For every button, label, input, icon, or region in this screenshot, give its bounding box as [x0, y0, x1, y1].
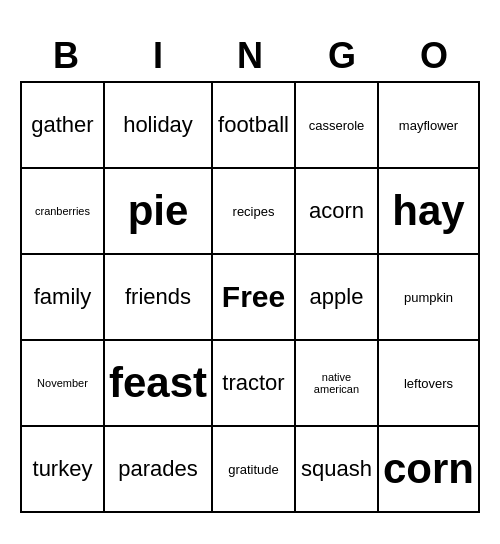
cell-text: football: [218, 112, 289, 138]
bingo-cell: hay: [379, 169, 480, 255]
bingo-cell: parades: [105, 427, 213, 513]
cell-text: gratitude: [228, 462, 279, 477]
cell-text: tractor: [222, 370, 284, 396]
cell-text: native american: [300, 371, 373, 395]
header-letter: G: [296, 31, 388, 81]
bingo-cell: casserole: [296, 83, 379, 169]
bingo-header: BINGO: [20, 31, 480, 81]
cell-text: friends: [125, 284, 191, 310]
bingo-cell: turkey: [22, 427, 105, 513]
cell-text: pie: [128, 187, 189, 235]
cell-text: hay: [392, 187, 464, 235]
cell-text: November: [37, 377, 88, 389]
cell-text: acorn: [309, 198, 364, 224]
bingo-cell: gather: [22, 83, 105, 169]
bingo-cell: mayflower: [379, 83, 480, 169]
header-letter: N: [204, 31, 296, 81]
bingo-cell: family: [22, 255, 105, 341]
cell-text: Free: [222, 280, 285, 314]
cell-text: family: [34, 284, 91, 310]
bingo-cell: pumpkin: [379, 255, 480, 341]
bingo-cell: football: [213, 83, 296, 169]
bingo-cell: feast: [105, 341, 213, 427]
bingo-cell: friends: [105, 255, 213, 341]
cell-text: leftovers: [404, 376, 453, 391]
bingo-cell: Free: [213, 255, 296, 341]
bingo-cell: apple: [296, 255, 379, 341]
bingo-cell: squash: [296, 427, 379, 513]
bingo-cell: tractor: [213, 341, 296, 427]
bingo-cell: acorn: [296, 169, 379, 255]
cell-text: mayflower: [399, 118, 458, 133]
cell-text: turkey: [33, 456, 93, 482]
header-letter: O: [388, 31, 480, 81]
bingo-cell: native american: [296, 341, 379, 427]
bingo-cell: gratitude: [213, 427, 296, 513]
cell-text: feast: [109, 359, 207, 407]
bingo-cell: recipes: [213, 169, 296, 255]
cell-text: recipes: [233, 204, 275, 219]
header-letter: I: [112, 31, 204, 81]
cell-text: cranberries: [35, 205, 90, 217]
cell-text: parades: [118, 456, 198, 482]
bingo-cell: corn: [379, 427, 480, 513]
bingo-cell: holiday: [105, 83, 213, 169]
bingo-cell: cranberries: [22, 169, 105, 255]
header-letter: B: [20, 31, 112, 81]
bingo-cell: pie: [105, 169, 213, 255]
cell-text: gather: [31, 112, 93, 138]
cell-text: squash: [301, 456, 372, 482]
cell-text: apple: [310, 284, 364, 310]
cell-text: corn: [383, 445, 474, 493]
bingo-cell: leftovers: [379, 341, 480, 427]
bingo-card: BINGO gatherholidayfootballcasserolemayf…: [20, 31, 480, 513]
cell-text: holiday: [123, 112, 193, 138]
bingo-grid: gatherholidayfootballcasserolemayflowerc…: [20, 81, 480, 513]
cell-text: casserole: [309, 118, 365, 133]
cell-text: pumpkin: [404, 290, 453, 305]
bingo-cell: November: [22, 341, 105, 427]
